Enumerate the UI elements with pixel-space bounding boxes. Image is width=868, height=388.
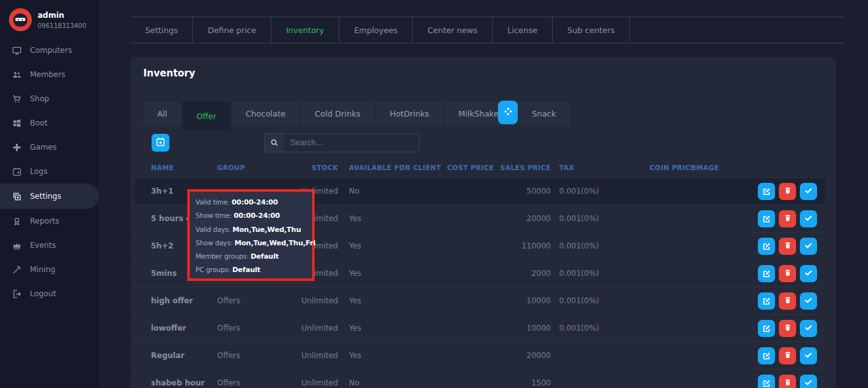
check-icon	[804, 269, 813, 279]
cell-name: 5h+2	[151, 233, 173, 260]
tooltip-row: Member groups: Default	[196, 250, 306, 263]
delete-button[interactable]	[779, 210, 796, 227]
row-actions	[758, 265, 817, 282]
cell-group: Offers	[217, 287, 240, 315]
search-input[interactable]	[284, 134, 419, 152]
tab-center-news[interactable]: Center news	[413, 17, 492, 43]
edit-button[interactable]	[758, 347, 775, 364]
tab-employees[interactable]: Employees	[339, 17, 413, 43]
table-row[interactable]: lowoffer Offers Unlimited Yes 10000 0.00…	[134, 314, 825, 341]
column-stock: STOCK	[274, 164, 338, 171]
category-tab-hotdrinks[interactable]: HotDrinks	[376, 102, 443, 126]
table-row[interactable]: shabeb hour Offers Unlimited No 1500	[134, 369, 825, 388]
tab-sub-centers[interactable]: Sub centers	[553, 17, 630, 43]
check-icon	[804, 187, 813, 197]
edit-button[interactable]	[758, 292, 775, 310]
category-tab-cold-drinks[interactable]: Cold Drinks	[301, 102, 374, 126]
sidebar-item-logout[interactable]: Logout	[0, 282, 99, 306]
cell-available: Yes	[349, 205, 361, 233]
edit-icon	[762, 378, 771, 388]
edit-button[interactable]	[758, 320, 775, 337]
tab-define-price[interactable]: Define price	[193, 17, 271, 43]
sidebar-item-members[interactable]: Members	[0, 62, 99, 87]
delete-button[interactable]	[779, 265, 796, 282]
crown-icon	[12, 241, 22, 250]
cell-name: 3h+1	[151, 178, 173, 205]
delete-button[interactable]	[779, 183, 796, 200]
tooltip-row: Valid days: Mon,Tue,Wed,Thu	[196, 223, 306, 236]
cell-available: No	[349, 178, 359, 205]
windows-icon	[12, 119, 22, 128]
column-tax: TAX	[559, 164, 574, 171]
edit-button[interactable]	[758, 375, 775, 388]
confirm-button[interactable]	[800, 265, 817, 282]
delete-button[interactable]	[779, 375, 796, 388]
sidebar-item-label: Logs	[30, 167, 48, 176]
sidebar-item-shop[interactable]: Shop	[0, 87, 99, 111]
delete-button[interactable]	[779, 238, 796, 255]
confirm-button[interactable]	[800, 292, 817, 310]
cell-group: Offers	[217, 370, 240, 388]
edit-button[interactable]	[758, 183, 775, 200]
cell-name: 5mins	[151, 260, 177, 287]
diamond-grid-icon	[503, 106, 513, 119]
delete-button[interactable]	[779, 347, 796, 364]
edit-button[interactable]	[758, 265, 775, 282]
column-sales-price: SALES PRICE	[487, 164, 551, 171]
edit-icon	[762, 214, 771, 224]
cell-available: Yes	[349, 287, 361, 315]
sidebar-item-computers[interactable]: Computers	[0, 38, 99, 62]
delete-button[interactable]	[779, 292, 796, 310]
confirm-button[interactable]	[800, 347, 817, 364]
confirm-button[interactable]	[800, 210, 817, 227]
edit-icon	[762, 187, 771, 197]
edit-icon	[762, 324, 771, 334]
cell-available: Yes	[349, 342, 361, 370]
row-actions	[758, 347, 817, 364]
confirm-button[interactable]	[800, 320, 817, 337]
layers-icon	[12, 192, 22, 201]
delete-button[interactable]	[779, 320, 796, 337]
tab-settings[interactable]: Settings	[131, 17, 193, 43]
sidebar-item-settings[interactable]: Settings	[0, 183, 99, 209]
category-tab-snack[interactable]: Snack	[518, 102, 570, 126]
column-coin-price: COIN PRICE	[650, 164, 695, 171]
sidebar-item-reports[interactable]: Reports	[0, 209, 99, 233]
tab-inventory[interactable]: Inventory	[271, 17, 339, 43]
manage-categories-button[interactable]	[498, 101, 518, 124]
tab-license[interactable]: License	[493, 17, 553, 43]
confirm-button[interactable]	[800, 238, 817, 255]
confirm-button[interactable]	[800, 375, 817, 388]
cell-tax: 0.001(0%)	[559, 205, 599, 233]
table-row[interactable]: Regular Offers Unlimited Yes 20000	[134, 341, 825, 369]
cell-sales-price: 110000	[487, 233, 551, 260]
confirm-button[interactable]	[800, 183, 817, 200]
edit-icon	[762, 241, 771, 252]
category-tab-all[interactable]: All	[143, 102, 181, 126]
row-actions	[758, 183, 817, 200]
sidebar-item-logs[interactable]: Logs	[0, 159, 99, 183]
edit-button[interactable]	[758, 238, 775, 255]
category-tab-offer[interactable]: Offer	[183, 102, 231, 131]
calendar-add-button[interactable]	[152, 134, 169, 152]
trash-icon	[784, 296, 792, 306]
table-row[interactable]: high offer Offers Unlimited Yes 10000 0.…	[134, 287, 825, 314]
sidebar-item-mining[interactable]: Mining	[0, 257, 99, 282]
sidebar-item-events[interactable]: Events	[0, 233, 99, 257]
sidebar-menu: Computers Members Shop Boot Games Logs	[0, 38, 99, 306]
sidebar-item-label: Events	[30, 241, 56, 250]
row-actions	[758, 210, 817, 227]
category-tab-chocolate[interactable]: Chocolate	[232, 102, 300, 126]
trash-icon	[784, 269, 792, 278]
cell-tax: 0.001(0%)	[559, 178, 599, 205]
trash-icon	[784, 241, 792, 251]
sidebar-item-boot[interactable]: Boot	[0, 111, 99, 135]
edit-icon	[762, 296, 771, 306]
edit-icon	[762, 351, 771, 361]
edit-icon	[762, 269, 771, 279]
edit-button[interactable]	[758, 210, 775, 227]
sidebar-item-games[interactable]: Games	[0, 135, 99, 159]
settings-tab-bar: Settings Define price Inventory Employee…	[131, 17, 844, 43]
row-actions	[758, 375, 817, 388]
cell-group: Offers	[217, 342, 240, 370]
